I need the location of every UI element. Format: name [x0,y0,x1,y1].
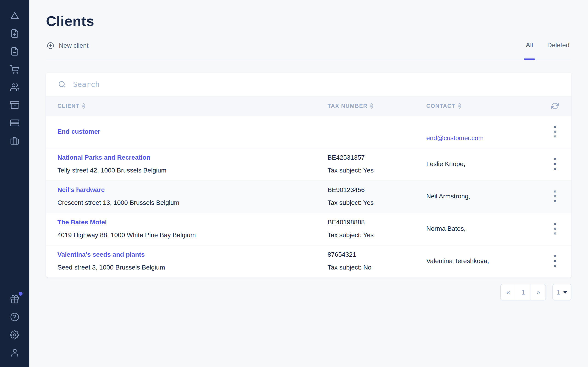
search-icon [58,80,66,89]
client-cell: Neil's hardware Crescent street 13, 1000… [57,185,328,207]
tax-subject: Tax subject: Yes [328,231,426,240]
briefcase-icon [10,136,19,145]
search-input[interactable] [73,77,560,91]
kebab-icon [553,125,556,138]
kebab-icon [553,158,556,170]
sidebar-item-settings[interactable] [10,330,20,340]
client-cell: Valentina's seeds and plants Seed street… [57,250,328,272]
column-label: TAX NUMBER [328,103,367,109]
sidebar [0,0,29,367]
file-plus-icon [10,29,19,38]
tax-subject: Tax subject: Yes [328,166,426,175]
sort-icon [82,103,86,109]
sidebar-item-documents[interactable] [10,46,20,56]
row-menu-button[interactable] [552,220,558,237]
kebab-icon [553,255,556,267]
tax-number: BE42531357 [328,153,426,162]
client-address: Seed street 3, 1000 Brussels Belgium [57,263,328,272]
client-name-link[interactable]: National Parks and Recreation [57,153,328,162]
client-address: Crescent street 13, 1000 Brussels Belgiu… [57,198,328,207]
refresh-icon [551,102,559,110]
sidebar-item-help[interactable] [10,312,20,322]
sidebar-item-company[interactable] [10,136,20,146]
sidebar-item-payments[interactable] [10,118,20,128]
page-size-dropdown[interactable]: 1 [552,284,571,300]
column-header-tax-number[interactable]: TAX NUMBER [328,103,426,109]
contact-name: Leslie Knope, [426,159,544,169]
client-name-link[interactable]: The Bates Motel [57,218,328,227]
pagination: « 1 » 1 [46,284,571,300]
archive-icon [10,100,19,110]
table-row: The Bates Motel 4019 Highway 88, 1000 Wh… [46,213,571,245]
contact-name: Valentina Tereshkova, [426,257,544,266]
row-menu-button[interactable] [552,253,558,269]
notification-dot [19,292,23,296]
column-header-client[interactable]: CLIENT [57,103,328,109]
contact-cell: Leslie Knope, [426,153,544,175]
main-content: Clients New client All Deleted CLIENT [29,0,588,367]
app-logo[interactable] [10,10,20,21]
client-address: 4019 Highway 88, 1000 White Pine Bay Bel… [57,231,328,240]
sidebar-item-new-document[interactable] [10,28,20,39]
tab-deleted[interactable]: Deleted [545,42,571,59]
tax-number: BE40198888 [328,218,426,227]
tab-all[interactable]: All [524,42,535,59]
clients-card: CLIENT TAX NUMBER CONTACT [46,73,571,277]
contact-cell: Norma Bates, [426,218,544,239]
client-cell: National Parks and Recreation Telly stre… [57,153,328,175]
sidebar-item-whats-new[interactable] [10,294,20,304]
tax-cell: BE90123456 Tax subject: Yes [328,185,426,207]
tabs: All Deleted [524,42,571,59]
users-icon [10,83,19,92]
tax-subject: Tax subject: No [328,263,426,272]
new-client-button[interactable]: New client [46,42,88,59]
table-row: End customer end@customer.com [46,116,571,148]
pagination-current-page[interactable]: 1 [516,284,531,300]
table-row: Valentina's seeds and plants Seed street… [46,245,571,277]
kebab-icon [553,190,556,203]
client-name-link[interactable]: Neil's hardware [57,185,328,194]
tax-cell [328,121,426,142]
triangle-icon [10,10,20,21]
contact-name: Neil Armstrong, [426,192,544,201]
row-menu-button[interactable] [552,123,558,140]
pagination-last-button[interactable]: » [531,284,545,300]
contact-name: Norma Bates, [426,224,544,233]
caret-down-icon [563,291,567,294]
cart-icon [10,65,19,74]
help-circle-icon [10,312,19,322]
sort-icon [370,103,373,109]
contact-email-link[interactable]: end@customer.com [426,133,544,143]
refresh-button[interactable] [550,101,560,111]
plus-circle-icon [47,42,54,49]
gear-icon [10,330,19,340]
client-name-link[interactable]: End customer [57,127,328,136]
table-header: CLIENT TAX NUMBER CONTACT [46,96,571,116]
pagination-group: « 1 » [500,284,546,300]
tax-number: BE90123456 [328,185,426,194]
sidebar-item-account[interactable] [10,348,20,358]
row-menu-button[interactable] [552,156,558,172]
client-cell: End customer [57,121,328,142]
client-name-link[interactable]: Valentina's seeds and plants [57,250,328,259]
client-address: Telly street 42, 1000 Brussels Belgium [57,166,328,175]
file-minus-icon [10,47,19,56]
sidebar-item-orders[interactable] [10,64,20,74]
row-menu-button[interactable] [552,188,558,205]
table-body: End customer end@customer.com National P… [46,116,571,277]
contact-cell: Neil Armstrong, [426,186,544,207]
gift-icon [10,294,19,304]
column-label: CLIENT [57,103,79,109]
column-header-contact[interactable]: CONTACT [426,103,544,109]
sidebar-item-products[interactable] [10,100,20,110]
search-row [46,73,571,96]
table-row: Neil's hardware Crescent street 13, 1000… [46,181,571,213]
tax-cell: BE42531357 Tax subject: Yes [328,153,426,175]
pagination-first-button[interactable]: « [501,284,516,300]
table-row: National Parks and Recreation Telly stre… [46,148,571,181]
new-client-label: New client [59,42,88,49]
contact-cell: Valentina Tereshkova, [426,250,544,272]
toolbar: New client All Deleted [46,42,571,59]
column-label: CONTACT [426,103,456,109]
sidebar-item-clients[interactable] [10,82,20,92]
